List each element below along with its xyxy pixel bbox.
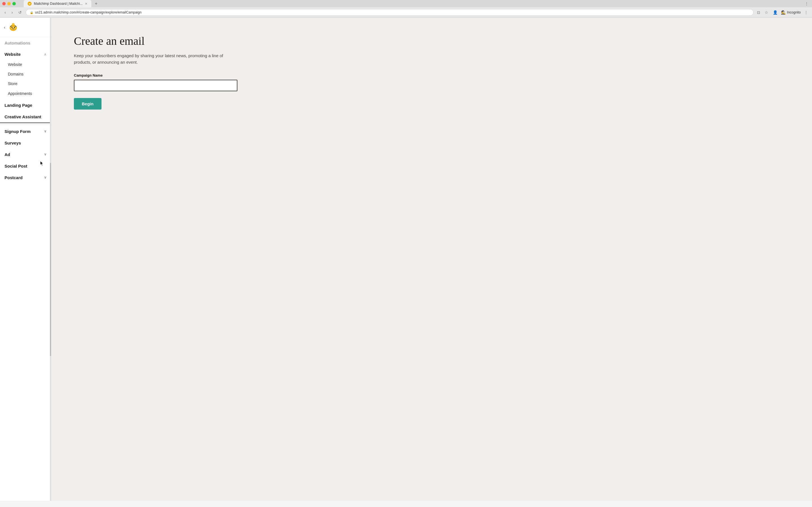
app-container: ‹ Automations Website bbox=[0, 18, 812, 501]
tab-close-button[interactable]: ✕ bbox=[85, 2, 87, 6]
sidebar-item-signup-form[interactable]: Signup Form ∨ bbox=[0, 126, 51, 137]
website-sub-items: Website Domains Store Appointments bbox=[0, 60, 51, 100]
tab-favicon: M bbox=[28, 2, 32, 6]
sidebar-item-surveys[interactable]: Surveys bbox=[0, 137, 51, 149]
incognito-label: Incognito bbox=[787, 10, 801, 14]
sidebar-item-social-post[interactable]: Social Post bbox=[0, 160, 51, 172]
new-tab-button[interactable]: + bbox=[93, 0, 100, 7]
sidebar-item-creative-assistant[interactable]: Creative Assistant bbox=[0, 111, 51, 123]
website-group-title: Website bbox=[4, 52, 20, 57]
sidebar-divider-1 bbox=[0, 124, 51, 124]
postcard-label: Postcard bbox=[4, 175, 22, 180]
url-text: us21.admin.mailchimp.com/#/create-campai… bbox=[35, 10, 142, 14]
signup-form-chevron-icon: ∨ bbox=[44, 129, 47, 133]
surveys-label: Surveys bbox=[4, 140, 21, 145]
website-chevron-up-icon: ∧ bbox=[44, 52, 47, 56]
minimize-window-dot[interactable] bbox=[7, 2, 11, 5]
svg-point-2 bbox=[11, 27, 12, 28]
creative-assistant-label: Creative Assistant bbox=[4, 114, 41, 119]
begin-button[interactable]: Begin bbox=[74, 98, 101, 110]
form-description: Keep your subscribers engaged by sharing… bbox=[74, 53, 226, 65]
maximize-window-dot[interactable] bbox=[12, 2, 16, 5]
mailchimp-logo bbox=[8, 22, 18, 33]
sidebar-section-automations: Automations bbox=[0, 37, 51, 48]
profile-icon[interactable]: 👤 bbox=[772, 10, 779, 15]
bookmark-icon[interactable]: ☆ bbox=[763, 10, 769, 15]
svg-point-3 bbox=[14, 27, 15, 28]
tab-bar: M Mailchimp Dashboard | Mailchi... ✕ + ⋮ bbox=[0, 0, 812, 7]
sidebar-item-appointments[interactable]: Appointments bbox=[0, 89, 51, 98]
forward-button[interactable]: › bbox=[10, 10, 15, 15]
refresh-button[interactable]: ↺ bbox=[17, 10, 23, 15]
automations-header[interactable]: Automations bbox=[0, 37, 51, 48]
automations-title: Automations bbox=[4, 41, 31, 46]
back-button[interactable]: ‹ bbox=[3, 10, 8, 15]
ad-label: Ad bbox=[4, 152, 10, 157]
sidebar-item-website[interactable]: Website bbox=[0, 60, 51, 69]
sidebar-section-website: Website ∧ Website Domains Store Appointm… bbox=[0, 48, 51, 100]
sidebar-item-ad[interactable]: Ad ∨ bbox=[0, 149, 51, 160]
signup-form-label: Signup Form bbox=[4, 129, 31, 134]
campaign-name-label: Campaign Name bbox=[74, 73, 238, 77]
cast-icon[interactable]: ⊡ bbox=[756, 10, 761, 15]
create-email-form: Create an email Keep your subscribers en… bbox=[74, 35, 238, 110]
browser-toolbar: ‹ › ↺ 🔒 us21.admin.mailchimp.com/#/creat… bbox=[0, 7, 812, 17]
sidebar-item-postcard[interactable]: Postcard ∨ bbox=[0, 172, 51, 183]
website-group-header[interactable]: Website ∧ bbox=[0, 48, 51, 60]
svg-point-5 bbox=[12, 23, 14, 25]
lock-icon: 🔒 bbox=[30, 11, 33, 14]
ad-chevron-icon: ∨ bbox=[44, 152, 47, 156]
form-title: Create an email bbox=[74, 35, 238, 48]
sidebar-back-button[interactable]: ‹ bbox=[4, 25, 5, 30]
browser-chrome: M Mailchimp Dashboard | Mailchi... ✕ + ⋮… bbox=[0, 0, 812, 18]
main-content: Create an email Keep your subscribers en… bbox=[51, 18, 812, 501]
tab-list-icon[interactable]: ⋮ bbox=[805, 1, 809, 6]
menu-button[interactable]: ⋮ bbox=[803, 10, 809, 15]
close-window-dot[interactable] bbox=[2, 2, 6, 5]
sidebar-header: ‹ bbox=[0, 18, 51, 37]
sidebar-item-store[interactable]: Store bbox=[0, 79, 51, 89]
sidebar-scrollbar-thumb bbox=[50, 163, 51, 356]
sidebar: ‹ Automations Website bbox=[0, 18, 51, 501]
sidebar-item-domains[interactable]: Domains bbox=[0, 69, 51, 79]
window-controls bbox=[2, 2, 16, 5]
social-post-label: Social Post bbox=[4, 164, 28, 168]
postcard-chevron-icon: ∨ bbox=[44, 175, 47, 179]
tab-title: Mailchimp Dashboard | Mailchi... bbox=[34, 2, 83, 6]
incognito-button[interactable]: 🕵 Incognito bbox=[781, 10, 801, 15]
sidebar-scrollbar[interactable] bbox=[50, 18, 51, 501]
browser-tab-active[interactable]: M Mailchimp Dashboard | Mailchi... ✕ bbox=[24, 0, 91, 7]
sidebar-item-landing-page[interactable]: Landing Page bbox=[0, 100, 51, 111]
toolbar-icons: ⊡ ☆ 👤 🕵 Incognito ⋮ bbox=[756, 10, 809, 15]
url-bar[interactable]: 🔒 us21.admin.mailchimp.com/#/create-camp… bbox=[26, 9, 754, 16]
landing-page-label: Landing Page bbox=[4, 103, 32, 108]
campaign-name-input[interactable] bbox=[74, 80, 238, 91]
